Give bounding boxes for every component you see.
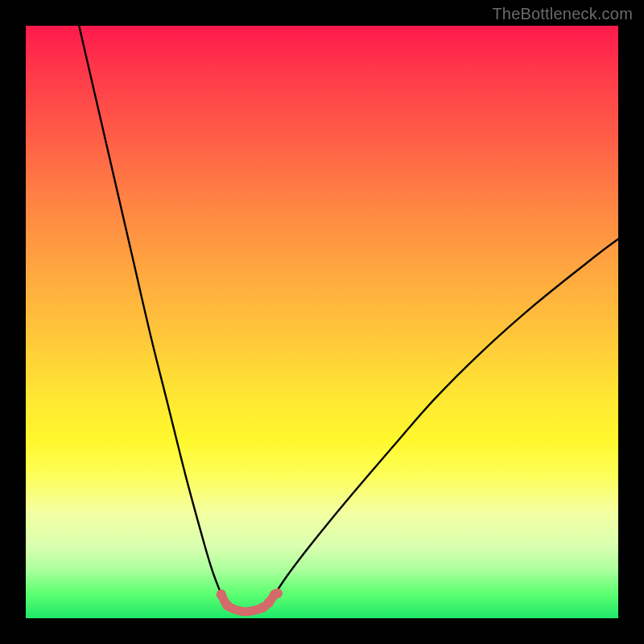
curve-left — [79, 26, 221, 595]
left-entry-dot — [217, 589, 226, 599]
chart-frame: TheBottleneck.com — [0, 0, 644, 644]
plot-area — [26, 26, 618, 618]
curve-right — [275, 239, 618, 595]
floor-dot-3 — [264, 598, 274, 608]
curve-layer — [26, 26, 618, 618]
floor-dot-4 — [273, 588, 283, 598]
floor-dot-1 — [222, 601, 232, 610]
watermark-text: TheBottleneck.com — [492, 5, 633, 23]
